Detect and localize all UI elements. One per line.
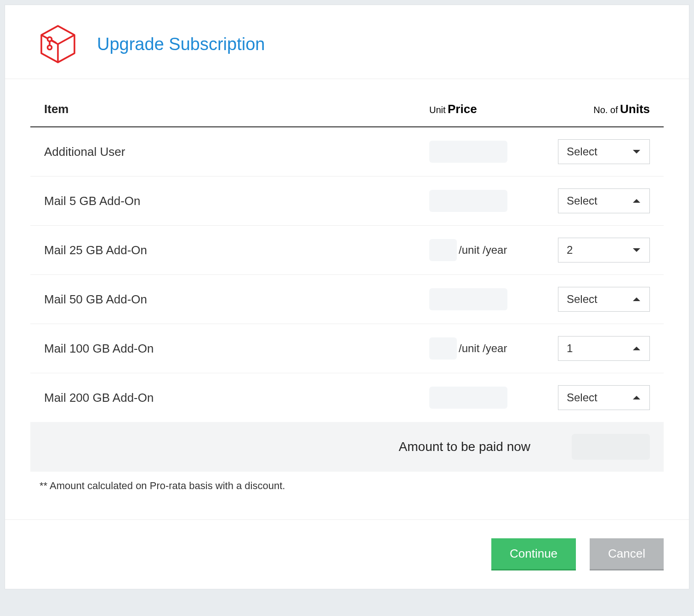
svg-point-3 <box>48 46 52 50</box>
units-select-value: Select <box>567 391 597 404</box>
price-redacted <box>429 141 507 163</box>
unit-price <box>429 141 549 163</box>
chevron-up-icon <box>633 396 640 399</box>
modal-footer: Continue Cancel <box>5 519 689 589</box>
units-select[interactable]: Select <box>558 188 650 213</box>
table-row: Mail 50 GB Add-OnSelect <box>30 275 664 324</box>
units-select-value: 1 <box>567 342 573 355</box>
price-redacted <box>429 337 457 359</box>
units-select-value: Select <box>567 194 597 207</box>
units-select-value: Select <box>567 145 597 158</box>
unit-price <box>429 387 549 409</box>
item-name: Mail 5 GB Add-On <box>44 194 429 208</box>
table-row: Mail 100 GB Add-On/unit /year1 <box>30 324 664 373</box>
chevron-down-icon <box>633 150 640 154</box>
price-redacted <box>429 387 507 409</box>
chevron-up-icon <box>633 347 640 350</box>
price-redacted <box>429 239 457 261</box>
price-suffix: /unit /year <box>459 244 507 257</box>
column-no-of-units: No. of Units <box>549 102 650 116</box>
modal-body: Item Unit Price No. of Units Additional … <box>5 79 689 519</box>
continue-button[interactable]: Continue <box>491 538 576 570</box>
price-suffix: /unit /year <box>459 342 507 355</box>
unit-price: /unit /year <box>429 239 549 261</box>
total-amount-redacted <box>572 434 650 460</box>
table-row: Mail 200 GB Add-OnSelect <box>30 373 664 422</box>
cancel-button[interactable]: Cancel <box>590 538 664 570</box>
price-redacted <box>429 190 507 212</box>
modal-header: Upgrade Subscription <box>5 5 689 79</box>
units-select-value: Select <box>567 293 597 306</box>
table-row: Additional UserSelect <box>30 127 664 177</box>
column-item: Item <box>44 102 429 116</box>
units-select[interactable]: Select <box>558 287 650 312</box>
item-name: Mail 25 GB Add-On <box>44 243 429 257</box>
total-bar: Amount to be paid now <box>30 422 664 472</box>
item-name: Mail 200 GB Add-On <box>44 391 429 405</box>
footnote: ** Amount calculated on Pro-rata basis w… <box>30 472 664 519</box>
table-row: Mail 25 GB Add-On/unit /year2 <box>30 226 664 275</box>
chevron-up-icon <box>633 199 640 203</box>
product-logo-icon <box>37 23 79 65</box>
column-unit-price: Unit Price <box>429 102 549 116</box>
unit-price <box>429 190 549 212</box>
chevron-down-icon <box>633 248 640 252</box>
total-label: Amount to be paid now <box>44 439 540 454</box>
unit-price <box>429 288 549 310</box>
units-select[interactable]: 1 <box>558 336 650 361</box>
upgrade-subscription-modal: Upgrade Subscription Item Unit Price No.… <box>5 5 689 589</box>
units-select[interactable]: 2 <box>558 238 650 262</box>
item-name: Mail 50 GB Add-On <box>44 292 429 307</box>
units-select[interactable]: Select <box>558 139 650 164</box>
item-name: Mail 100 GB Add-On <box>44 342 429 356</box>
unit-price: /unit /year <box>429 337 549 359</box>
units-select-value: 2 <box>567 244 573 257</box>
chevron-up-icon <box>633 297 640 301</box>
table-row: Mail 5 GB Add-OnSelect <box>30 177 664 226</box>
table-header: Item Unit Price No. of Units <box>30 93 664 127</box>
item-name: Additional User <box>44 145 429 159</box>
price-redacted <box>429 288 507 310</box>
units-select[interactable]: Select <box>558 385 650 410</box>
modal-title: Upgrade Subscription <box>97 34 265 54</box>
